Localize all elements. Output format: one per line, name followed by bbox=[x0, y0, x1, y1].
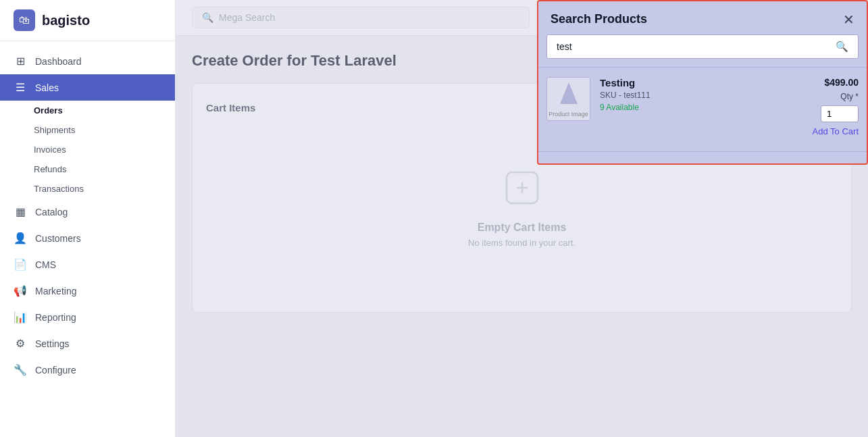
product-image: Product Image bbox=[546, 77, 590, 121]
sidebar-logo: 🛍 bagisto bbox=[0, 0, 175, 41]
subnav-refunds[interactable]: Refunds bbox=[34, 159, 175, 179]
sidebar-item-catalog[interactable]: ▦ Catalog bbox=[0, 199, 175, 225]
subnav-shipments[interactable]: Shipments bbox=[34, 120, 175, 140]
sidebar-item-label: Sales bbox=[35, 82, 59, 93]
sidebar-item-label: Catalog bbox=[35, 207, 68, 217]
product-right: $499.00 Qty * Add To Cart bbox=[798, 77, 859, 136]
product-image-label: Product Image bbox=[547, 111, 590, 118]
sidebar-item-marketing[interactable]: 📢 Marketing bbox=[0, 278, 175, 304]
sidebar-item-reporting[interactable]: 📊 Reporting bbox=[0, 304, 175, 330]
logo-text: bagisto bbox=[42, 13, 90, 28]
modal-close-button[interactable]: ✕ bbox=[843, 13, 854, 26]
configure-icon: 🔧 bbox=[14, 363, 27, 376]
sidebar-nav: ⊞ Dashboard ☰ Sales Orders Shipments Inv… bbox=[0, 41, 175, 437]
sidebar-item-customers[interactable]: 👤 Customers bbox=[0, 225, 175, 251]
logo-icon: 🛍 bbox=[14, 9, 35, 31]
product-available: 9 Available bbox=[600, 103, 788, 112]
product-price: $499.00 bbox=[824, 77, 859, 88]
settings-icon: ⚙ bbox=[14, 337, 27, 350]
sidebar-item-label: Marketing bbox=[35, 286, 76, 297]
main-area: 🔍 Mega Search Create Order for Test Lara… bbox=[176, 0, 868, 437]
customers-icon: 👤 bbox=[14, 232, 27, 245]
product-sku: SKU - test111 bbox=[600, 91, 788, 100]
sidebar-item-configure[interactable]: 🔧 Configure bbox=[0, 357, 175, 383]
marketing-icon: 📢 bbox=[14, 284, 27, 297]
subnav-invoices[interactable]: Invoices bbox=[34, 140, 175, 159]
product-qty-label: Qty * bbox=[840, 92, 859, 101]
sidebar-item-sales[interactable]: ☰ Sales bbox=[0, 74, 175, 101]
modal-bottom-border bbox=[538, 151, 867, 158]
reporting-icon: 📊 bbox=[14, 311, 27, 324]
modal-search-bar[interactable]: 🔍 bbox=[546, 34, 859, 59]
sidebar-item-label: Dashboard bbox=[35, 56, 82, 67]
modal-search-icon: 🔍 bbox=[836, 41, 848, 53]
product-name: Testing bbox=[600, 77, 788, 88]
modal-title: Search Products bbox=[551, 12, 647, 26]
product-result: Product Image Testing SKU - test111 9 Av… bbox=[538, 67, 867, 146]
svg-marker-3 bbox=[560, 82, 578, 104]
modal-header: Search Products ✕ bbox=[538, 1, 867, 34]
sidebar-item-dashboard[interactable]: ⊞ Dashboard bbox=[0, 48, 175, 74]
sidebar-item-label: Configure bbox=[35, 365, 76, 376]
subnav-orders[interactable]: Orders bbox=[34, 101, 175, 120]
catalog-icon: ▦ bbox=[14, 205, 27, 218]
sidebar-item-label: Reporting bbox=[35, 312, 76, 323]
sales-icon: ☰ bbox=[14, 81, 27, 94]
subnav-transactions[interactable]: Transactions bbox=[34, 179, 175, 199]
dashboard-icon: ⊞ bbox=[14, 55, 27, 68]
cms-icon: 📄 bbox=[14, 258, 27, 271]
product-info: Testing SKU - test111 9 Available bbox=[600, 77, 788, 112]
sidebar-item-cms[interactable]: 📄 CMS bbox=[0, 251, 175, 278]
add-to-cart-button[interactable]: Add To Cart bbox=[813, 126, 859, 136]
search-products-modal: Search Products ✕ 🔍 Product Image Testin… bbox=[537, 0, 868, 165]
sidebar: 🛍 bagisto ⊞ Dashboard ☰ Sales Orders Shi… bbox=[0, 0, 176, 437]
sidebar-item-label: Customers bbox=[35, 233, 81, 244]
sidebar-item-settings[interactable]: ⚙ Settings bbox=[0, 330, 175, 357]
product-qty-input[interactable] bbox=[821, 105, 859, 122]
product-search-input[interactable] bbox=[557, 41, 829, 52]
sales-subnav: Orders Shipments Invoices Refunds Transa… bbox=[0, 101, 175, 199]
sidebar-item-label: Settings bbox=[35, 338, 70, 349]
sidebar-item-label: CMS bbox=[35, 259, 56, 270]
